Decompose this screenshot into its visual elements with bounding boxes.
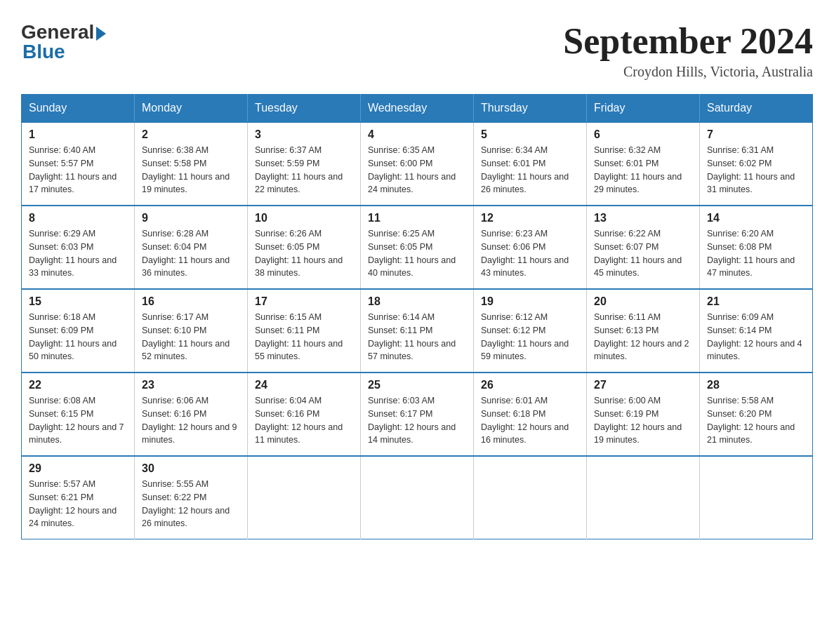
- day-info: Sunrise: 6:25 AMSunset: 6:05 PMDaylight:…: [368, 227, 466, 280]
- calendar-cell: 23Sunrise: 6:06 AMSunset: 6:16 PMDayligh…: [135, 373, 248, 456]
- day-info: Sunrise: 6:29 AMSunset: 6:03 PMDaylight:…: [29, 227, 127, 280]
- calendar-cell: [248, 456, 361, 539]
- calendar-week-row: 29Sunrise: 5:57 AMSunset: 6:21 PMDayligh…: [22, 456, 813, 539]
- day-number: 27: [594, 379, 692, 391]
- day-number: 16: [142, 295, 240, 308]
- day-info: Sunrise: 6:01 AMSunset: 6:18 PMDaylight:…: [481, 394, 579, 447]
- day-number: 21: [707, 295, 805, 308]
- calendar-cell: 24Sunrise: 6:04 AMSunset: 6:16 PMDayligh…: [248, 373, 361, 456]
- calendar-cell: 5Sunrise: 6:34 AMSunset: 6:01 PMDaylight…: [474, 122, 587, 206]
- weekday-header-sunday: Sunday: [22, 95, 135, 123]
- day-number: 9: [142, 212, 240, 224]
- day-info: Sunrise: 6:37 AMSunset: 5:59 PMDaylight:…: [255, 144, 353, 196]
- day-number: 4: [368, 128, 466, 141]
- calendar-cell: 8Sunrise: 6:29 AMSunset: 6:03 PMDaylight…: [22, 206, 135, 289]
- day-number: 1: [29, 128, 127, 141]
- calendar-cell: 17Sunrise: 6:15 AMSunset: 6:11 PMDayligh…: [248, 289, 361, 373]
- day-number: 26: [481, 379, 579, 391]
- day-number: 20: [594, 295, 692, 308]
- calendar-cell: 12Sunrise: 6:23 AMSunset: 6:06 PMDayligh…: [474, 206, 587, 289]
- weekday-header-thursday: Thursday: [474, 95, 587, 123]
- calendar-cell: [474, 456, 587, 539]
- day-number: 7: [707, 128, 805, 141]
- calendar-cell: 13Sunrise: 6:22 AMSunset: 6:07 PMDayligh…: [587, 206, 700, 289]
- day-number: 17: [255, 295, 353, 308]
- day-number: 11: [368, 212, 466, 224]
- day-number: 30: [142, 462, 240, 475]
- day-info: Sunrise: 5:57 AMSunset: 6:21 PMDaylight:…: [29, 478, 127, 530]
- calendar-cell: 26Sunrise: 6:01 AMSunset: 6:18 PMDayligh…: [474, 373, 587, 456]
- logo-blue-text: Blue: [21, 41, 65, 63]
- day-info: Sunrise: 6:15 AMSunset: 6:11 PMDaylight:…: [255, 311, 353, 363]
- calendar-cell: 16Sunrise: 6:17 AMSunset: 6:10 PMDayligh…: [135, 289, 248, 373]
- calendar-cell: 27Sunrise: 6:00 AMSunset: 6:19 PMDayligh…: [587, 373, 700, 456]
- calendar-week-row: 15Sunrise: 6:18 AMSunset: 6:09 PMDayligh…: [22, 289, 813, 373]
- calendar-cell: 9Sunrise: 6:28 AMSunset: 6:04 PMDaylight…: [135, 206, 248, 289]
- day-number: 2: [142, 128, 240, 141]
- location-text: Croydon Hills, Victoria, Australia: [563, 64, 813, 80]
- calendar-cell: 2Sunrise: 6:38 AMSunset: 5:58 PMDaylight…: [135, 122, 248, 206]
- calendar-cell: 21Sunrise: 6:09 AMSunset: 6:14 PMDayligh…: [700, 289, 813, 373]
- day-info: Sunrise: 6:32 AMSunset: 6:01 PMDaylight:…: [594, 144, 692, 196]
- day-info: Sunrise: 6:14 AMSunset: 6:11 PMDaylight:…: [368, 311, 466, 363]
- day-info: Sunrise: 6:28 AMSunset: 6:04 PMDaylight:…: [142, 227, 240, 280]
- calendar-cell: 10Sunrise: 6:26 AMSunset: 6:05 PMDayligh…: [248, 206, 361, 289]
- logo-arrow-icon: [96, 27, 106, 41]
- calendar-cell: [700, 456, 813, 539]
- day-info: Sunrise: 6:40 AMSunset: 5:57 PMDaylight:…: [29, 144, 127, 196]
- day-info: Sunrise: 6:03 AMSunset: 6:17 PMDaylight:…: [368, 394, 466, 447]
- calendar-cell: 14Sunrise: 6:20 AMSunset: 6:08 PMDayligh…: [700, 206, 813, 289]
- day-info: Sunrise: 6:35 AMSunset: 6:00 PMDaylight:…: [368, 144, 466, 196]
- day-number: 15: [29, 295, 127, 308]
- day-number: 18: [368, 295, 466, 308]
- calendar-cell: 19Sunrise: 6:12 AMSunset: 6:12 PMDayligh…: [474, 289, 587, 373]
- day-number: 6: [594, 128, 692, 141]
- weekday-header-tuesday: Tuesday: [248, 95, 361, 123]
- day-info: Sunrise: 6:23 AMSunset: 6:06 PMDaylight:…: [481, 227, 579, 280]
- day-number: 14: [707, 212, 805, 224]
- day-number: 22: [29, 379, 127, 391]
- day-info: Sunrise: 5:55 AMSunset: 6:22 PMDaylight:…: [142, 478, 240, 530]
- day-info: Sunrise: 6:08 AMSunset: 6:15 PMDaylight:…: [29, 394, 127, 447]
- day-info: Sunrise: 6:34 AMSunset: 6:01 PMDaylight:…: [481, 144, 579, 196]
- calendar-cell: [361, 456, 474, 539]
- day-number: 3: [255, 128, 353, 141]
- calendar-body: 1Sunrise: 6:40 AMSunset: 5:57 PMDaylight…: [22, 122, 813, 539]
- day-number: 29: [29, 462, 127, 475]
- day-info: Sunrise: 6:20 AMSunset: 6:08 PMDaylight:…: [707, 227, 805, 280]
- day-info: Sunrise: 6:00 AMSunset: 6:19 PMDaylight:…: [594, 394, 692, 447]
- weekday-header-saturday: Saturday: [700, 95, 813, 123]
- calendar-cell: 25Sunrise: 6:03 AMSunset: 6:17 PMDayligh…: [361, 373, 474, 456]
- calendar-cell: 18Sunrise: 6:14 AMSunset: 6:11 PMDayligh…: [361, 289, 474, 373]
- calendar-cell: 29Sunrise: 5:57 AMSunset: 6:21 PMDayligh…: [22, 456, 135, 539]
- day-number: 28: [707, 379, 805, 391]
- calendar-cell: 30Sunrise: 5:55 AMSunset: 6:22 PMDayligh…: [135, 456, 248, 539]
- calendar-week-row: 8Sunrise: 6:29 AMSunset: 6:03 PMDaylight…: [22, 206, 813, 289]
- calendar-cell: 28Sunrise: 5:58 AMSunset: 6:20 PMDayligh…: [700, 373, 813, 456]
- day-number: 25: [368, 379, 466, 391]
- day-info: Sunrise: 6:31 AMSunset: 6:02 PMDaylight:…: [707, 144, 805, 196]
- day-number: 13: [594, 212, 692, 224]
- day-info: Sunrise: 5:58 AMSunset: 6:20 PMDaylight:…: [707, 394, 805, 447]
- day-number: 24: [255, 379, 353, 391]
- calendar-header: SundayMondayTuesdayWednesdayThursdayFrid…: [22, 95, 813, 123]
- calendar-cell: 20Sunrise: 6:11 AMSunset: 6:13 PMDayligh…: [587, 289, 700, 373]
- calendar-week-row: 1Sunrise: 6:40 AMSunset: 5:57 PMDaylight…: [22, 122, 813, 206]
- calendar-cell: [587, 456, 700, 539]
- calendar-cell: 6Sunrise: 6:32 AMSunset: 6:01 PMDaylight…: [587, 122, 700, 206]
- weekday-header-monday: Monday: [135, 95, 248, 123]
- day-info: Sunrise: 6:18 AMSunset: 6:09 PMDaylight:…: [29, 311, 127, 363]
- calendar-cell: 4Sunrise: 6:35 AMSunset: 6:00 PMDaylight…: [361, 122, 474, 206]
- day-info: Sunrise: 6:22 AMSunset: 6:07 PMDaylight:…: [594, 227, 692, 280]
- day-number: 5: [481, 128, 579, 141]
- calendar-cell: 1Sunrise: 6:40 AMSunset: 5:57 PMDaylight…: [22, 122, 135, 206]
- day-number: 19: [481, 295, 579, 308]
- day-info: Sunrise: 6:17 AMSunset: 6:10 PMDaylight:…: [142, 311, 240, 363]
- day-number: 23: [142, 379, 240, 391]
- calendar-cell: 11Sunrise: 6:25 AMSunset: 6:05 PMDayligh…: [361, 206, 474, 289]
- calendar-cell: 22Sunrise: 6:08 AMSunset: 6:15 PMDayligh…: [22, 373, 135, 456]
- day-number: 12: [481, 212, 579, 224]
- day-number: 10: [255, 212, 353, 224]
- calendar-cell: 3Sunrise: 6:37 AMSunset: 5:59 PMDaylight…: [248, 122, 361, 206]
- calendar-table: SundayMondayTuesdayWednesdayThursdayFrid…: [21, 94, 813, 539]
